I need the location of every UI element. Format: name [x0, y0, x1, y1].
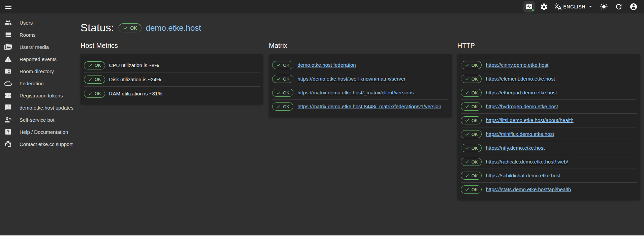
- sidebar-item-rooms[interactable]: Rooms: [0, 29, 74, 41]
- status-row: OKhttps://hydrogen.demo.etke.host: [461, 99, 637, 113]
- check-icon: [465, 159, 470, 164]
- status-link[interactable]: https://demo.etke.host/.well-known/matri…: [297, 76, 406, 82]
- ok-chip: OK: [272, 102, 293, 111]
- announcement-icon: [4, 104, 12, 111]
- sidebar-item-label: Contact etke.cc support: [20, 141, 73, 147]
- ok-chip: OK: [461, 116, 482, 124]
- refresh-icon[interactable]: [613, 1, 624, 12]
- ok-chip: OK: [461, 130, 482, 138]
- rooms-list-icon: [4, 31, 12, 38]
- check-icon: [88, 77, 93, 82]
- section-matrix: MatrixOKdemo.etke.host federationOKhttps…: [269, 42, 451, 117]
- status-link[interactable]: https://miniflux.demo.etke.host: [486, 131, 554, 138]
- app-bar: ENGLISH: [0, 0, 644, 13]
- sidebar-item-label: Reported events: [20, 56, 57, 62]
- warning-icon: [4, 55, 12, 63]
- status-host-link[interactable]: demo.etke.host: [146, 23, 201, 33]
- status-link[interactable]: https://hydrogen.demo.etke.host: [486, 103, 558, 110]
- sidebar-item-self-service-bot[interactable]: Self-service bot: [0, 114, 74, 126]
- status-link[interactable]: https://stats.demo.etke.host/api/health: [486, 186, 571, 193]
- status-row: OKRAM utilization is ~81%: [84, 86, 260, 100]
- section-http: HTTPOKhttps://cinny.demo.etke.hostOKhttp…: [457, 42, 640, 200]
- ok-chip: OK: [461, 75, 482, 83]
- status-text: Disk utilization is ~24%: [109, 75, 161, 84]
- check-icon: [465, 90, 470, 95]
- status-row: OKhttps://demo.etke.host/.well-known/mat…: [272, 72, 448, 86]
- ok-chip: OK: [84, 90, 105, 98]
- sidebar-item-label: Help / Documentation: [20, 129, 68, 135]
- status-card: OKhttps://cinny.demo.etke.hostOKhttps://…: [457, 54, 640, 200]
- sidebar-item-demo-etke-host-updates[interactable]: demo.etke.host updates: [0, 101, 74, 114]
- chevron-down-icon: [587, 3, 594, 11]
- status-link[interactable]: demo.etke.host federation: [297, 62, 356, 68]
- bot-engineer-icon: [4, 116, 12, 123]
- section-host-metrics: Host MetricsOKCPU utilization is ~8%OKDi…: [80, 42, 263, 105]
- token-icon: [4, 92, 12, 99]
- sidebar-item-label: Rooms: [20, 32, 36, 38]
- status-card: OKCPU utilization is ~8%OKDisk utilizati…: [80, 54, 263, 105]
- ok-chip: OK: [461, 102, 482, 111]
- ok-chip: OK: [461, 158, 482, 166]
- media-icon: [4, 43, 12, 51]
- check-icon: [465, 104, 470, 109]
- status-link[interactable]: https://matrix.demo.etke.host/_matrix/cl…: [297, 89, 414, 96]
- ok-chip: OK: [272, 75, 293, 83]
- horizontal-scrollbar[interactable]: [0, 235, 644, 236]
- check-icon: [276, 104, 281, 109]
- check-icon: [465, 63, 470, 67]
- check-icon: [465, 118, 470, 123]
- brightness-icon[interactable]: [598, 1, 610, 12]
- sidebar-item-label: Users' media: [20, 44, 49, 50]
- sidebar-item-reported-events[interactable]: Reported events: [0, 53, 74, 65]
- sidebar-item-users-media[interactable]: Users' media: [0, 41, 74, 53]
- status-header: Status: OK demo.etke.host: [80, 22, 640, 34]
- status-row: OKhttps://matrix.demo.etke.host:8448/_ma…: [272, 99, 448, 113]
- status-link[interactable]: https://schildichat.demo.etke.host: [486, 172, 560, 179]
- sidebar-item-label: Federation: [20, 81, 44, 86]
- status-row: OKhttps://miniflux.demo.etke.host: [461, 127, 637, 141]
- status-text: CPU utilization is ~8%: [109, 61, 159, 69]
- status-link[interactable]: https://cinny.demo.etke.host: [486, 62, 548, 68]
- status-row: OKhttps://jitsi.demo.etke.host/about/hea…: [461, 113, 637, 127]
- server-status-icon[interactable]: [523, 1, 535, 12]
- page-title: Status:: [80, 22, 114, 34]
- ok-chip: OK: [84, 76, 105, 84]
- status-link[interactable]: https://element.demo.etke.host: [486, 76, 555, 82]
- status-link[interactable]: https://jitsi.demo.etke.host/about/healt…: [486, 117, 573, 124]
- check-icon: [465, 187, 470, 192]
- status-link[interactable]: https://etherpad.demo.etke.host: [486, 89, 557, 96]
- status-link[interactable]: https://matrix.demo.etke.host:8448/_matr…: [297, 103, 441, 110]
- check-icon: [465, 132, 470, 137]
- check-icon: [465, 173, 470, 178]
- sidebar-item-label: Registration tokens: [20, 93, 63, 98]
- check-icon: [88, 63, 93, 68]
- status-row: OKhttps://schildichat.demo.etke.host: [461, 169, 637, 182]
- sidebar-item-users[interactable]: Users: [0, 17, 74, 29]
- main-content: Status: OK demo.etke.host Host MetricsOK…: [74, 13, 644, 236]
- ok-chip: OK: [461, 89, 482, 97]
- sidebar-item-label: Users: [20, 20, 33, 26]
- status-row: OKhttps://matrix.demo.etke.host/_matrix/…: [272, 86, 448, 99]
- support-agent-icon: [4, 140, 12, 148]
- status-link[interactable]: https://ntfy.demo.etke.host: [486, 145, 545, 151]
- menu-icon[interactable]: [3, 1, 14, 12]
- sidebar-item-label: Room directory: [20, 68, 54, 74]
- check-icon: [123, 25, 128, 31]
- check-icon: [276, 77, 281, 81]
- sidebar-item-room-directory[interactable]: Room directory: [0, 65, 74, 77]
- language-selector[interactable]: ENGLISH: [553, 2, 595, 11]
- sidebar-item-help-documentation[interactable]: Help / Documentation: [0, 126, 74, 138]
- sidebar-item-federation[interactable]: Federation: [0, 77, 74, 89]
- check-icon: [276, 90, 281, 95]
- sidebar-item-label: Self-service bot: [20, 117, 54, 123]
- check-icon: [276, 63, 281, 67]
- help-icon: [4, 128, 12, 136]
- sidebar-item-registration-tokens[interactable]: Registration tokens: [0, 89, 74, 101]
- check-icon: [465, 146, 470, 150]
- status-link[interactable]: https://radicale.demo.etke.host/.web/: [486, 158, 568, 165]
- account-circle-icon[interactable]: [628, 1, 639, 12]
- sidebar-item-contact-etke-cc-support[interactable]: Contact etke.cc support: [0, 138, 74, 150]
- settings-gear-icon[interactable]: [538, 1, 550, 12]
- status-card: OKdemo.etke.host federationOKhttps://dem…: [269, 54, 451, 117]
- ok-chip: OK: [461, 172, 482, 180]
